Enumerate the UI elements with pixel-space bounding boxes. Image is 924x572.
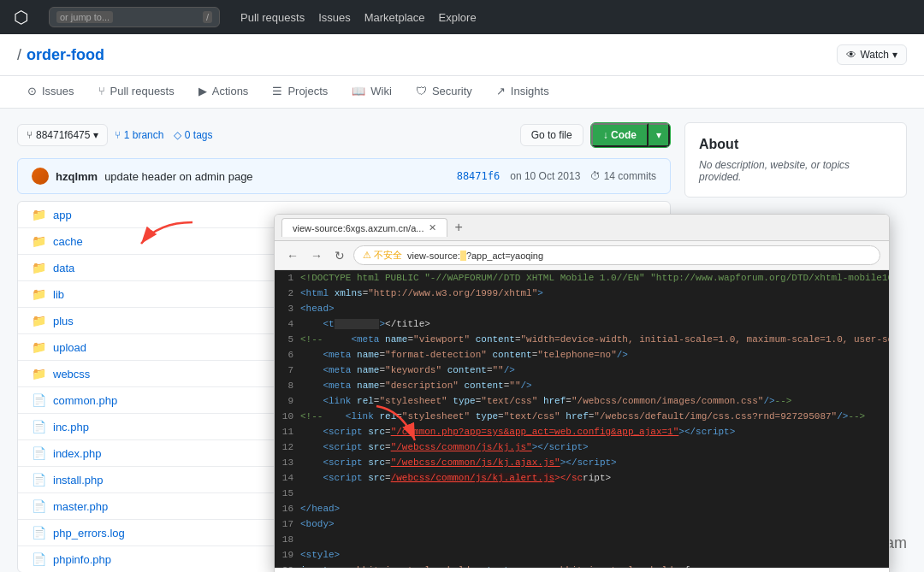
top-nav: ⬡ or jump to... / Pull requests Issues M…: [0, 0, 924, 34]
folder-icon: 📁: [32, 287, 46, 301]
tab-security[interactable]: 🛡 Security: [406, 76, 483, 108]
tab-wiki-label: Wiki: [370, 85, 392, 97]
code-button[interactable]: ↓ Code: [591, 123, 649, 147]
nav-marketplace[interactable]: Marketplace: [364, 11, 425, 24]
commit-bar: ⑂ 88471f6475 ▾ ⑂ 1 branch ◇ 0 tags Go to…: [17, 122, 671, 148]
file-icon: 📄: [32, 526, 46, 540]
tags-link[interactable]: ◇ 0 tags: [174, 129, 212, 141]
author-avatar: [32, 168, 49, 185]
tab-projects[interactable]: ☰ Projects: [262, 76, 338, 108]
commit-message: update header on admin page: [104, 170, 252, 183]
branch-meta: ⑂ 1 branch ◇ 0 tags: [115, 129, 212, 141]
url-warning: ⚠ 不安全: [363, 249, 402, 262]
tab-issues-label: Issues: [42, 85, 74, 97]
tab-actions[interactable]: ▶ Actions: [188, 76, 259, 108]
nav-issues[interactable]: Issues: [318, 11, 351, 24]
commit-date: on 10 Oct 2013: [510, 170, 580, 182]
about-box: About No description, website, or topics…: [684, 122, 907, 198]
breadcrumb-bar: / order-food 👁 Watch ▾: [0, 34, 924, 76]
code-dropdown-arrow[interactable]: ▾: [649, 123, 670, 147]
folder-icon: 📁: [32, 261, 46, 274]
goto-file-button[interactable]: Go to file: [520, 124, 583, 146]
file-icon: 📄: [32, 393, 46, 407]
browser-tab-title: view-source:6xgs.axzum.cn/a...: [293, 223, 424, 233]
branch-icon: ⑂: [27, 129, 33, 141]
folder-icon: 📁: [32, 234, 46, 248]
browser-nav-bar: ← → ↻ ⚠ 不安全 view-source: ?app_act=yaoqin…: [275, 241, 889, 270]
tab-pull-requests[interactable]: ⑂ Pull requests: [88, 76, 185, 108]
breadcrumb-sep: /: [17, 46, 21, 64]
last-commit-row: hzqlmm update header on admin page 88471…: [17, 158, 671, 194]
commit-hash[interactable]: 88471f6: [457, 170, 500, 182]
about-description: No description, website, or topics provi…: [699, 159, 892, 183]
tab-insights-label: Insights: [511, 85, 549, 97]
commit-author[interactable]: hzqlmm: [56, 170, 98, 183]
branch-selector[interactable]: ⑂ 88471f6475 ▾: [17, 124, 108, 146]
forward-button[interactable]: →: [307, 247, 326, 264]
new-tab-button[interactable]: +: [454, 220, 462, 235]
browser-tab[interactable]: view-source:6xgs.axzum.cn/a... ✕: [281, 218, 447, 237]
watch-label: Watch: [860, 49, 889, 61]
file-icon: 📄: [32, 552, 46, 566]
search-shortcut: /: [203, 11, 212, 23]
issues-icon: ⊙: [27, 85, 37, 97]
tab-actions-label: Actions: [212, 85, 249, 97]
actions-icon: ▶: [198, 85, 207, 97]
folder-icon: 📁: [32, 314, 46, 327]
chevron-down-icon: ▾: [892, 49, 897, 61]
search-box[interactable]: or jump to... /: [49, 7, 220, 27]
branches-link[interactable]: ⑂ 1 branch: [115, 129, 163, 141]
commits-count[interactable]: ⏱ 14 commits: [590, 170, 656, 182]
breadcrumb: / order-food: [17, 46, 104, 64]
tab-issues[interactable]: ⊙ Issues: [17, 76, 85, 108]
folder-icon: 📁: [32, 340, 46, 354]
pr-icon: ⑂: [98, 85, 105, 97]
folder-icon: 📁: [32, 367, 46, 380]
file-icon: 📄: [32, 446, 46, 460]
file-icon: 📄: [32, 473, 46, 486]
repo-tabs: ⊙ Issues ⑂ Pull requests ▶ Actions ☰ Pro…: [0, 76, 924, 109]
tab-security-label: Security: [432, 85, 472, 97]
browser-tab-close[interactable]: ✕: [429, 222, 436, 233]
code-dropdown: ↓ Code ▾: [590, 122, 671, 148]
file-icon: 📄: [32, 420, 46, 433]
browser-tab-bar: view-source:6xgs.axzum.cn/a... ✕ +: [275, 215, 889, 241]
url-text: view-source: ?app_act=yaoqing: [407, 251, 543, 261]
wiki-icon: 📖: [352, 85, 365, 97]
watch-button[interactable]: 👁 Watch ▾: [837, 44, 907, 65]
tab-pr-label: Pull requests: [110, 85, 175, 97]
url-bar[interactable]: ⚠ 不安全 view-source: ?app_act=yaoqing: [353, 245, 880, 265]
branch-chevron: ▾: [93, 129, 98, 141]
security-icon: 🛡: [416, 85, 427, 97]
tab-wiki[interactable]: 📖 Wiki: [341, 76, 402, 108]
top-nav-links: Pull requests Issues Marketplace Explore: [240, 11, 477, 24]
commit-bar-right: Go to file ↓ Code ▾: [520, 122, 671, 148]
nav-explore[interactable]: Explore: [439, 11, 477, 24]
refresh-button[interactable]: ↻: [331, 247, 348, 264]
back-button[interactable]: ←: [283, 247, 302, 264]
file-icon: 📄: [32, 499, 46, 513]
branch-name: 88471f6475: [36, 129, 90, 141]
browser-overlay: view-source:6xgs.axzum.cn/a... ✕ + ← → ↻…: [274, 214, 890, 572]
last-commit-left: hzqlmm update header on admin page: [32, 168, 253, 185]
last-commit-right: 88471f6 on 10 Oct 2013 ⏱ 14 commits: [457, 170, 656, 182]
eye-icon: 👁: [846, 49, 856, 61]
nav-pull-requests[interactable]: Pull requests: [240, 11, 305, 24]
browser-code-view: 1<!DOCTYPE html PUBLIC "-//WAPFORUM//DTD…: [275, 270, 889, 568]
github-logo: ⬡: [14, 7, 28, 27]
search-placeholder: or jump to...: [56, 11, 113, 23]
insights-icon: ↗: [496, 85, 506, 97]
projects-icon: ☰: [272, 85, 282, 97]
repo-name-link[interactable]: order-food: [27, 46, 104, 64]
tab-projects-label: Projects: [287, 85, 328, 97]
folder-icon: 📁: [32, 208, 46, 221]
about-title: About: [699, 137, 892, 152]
commit-bar-left: ⑂ 88471f6475 ▾ ⑂ 1 branch ◇ 0 tags: [17, 124, 212, 146]
tab-insights[interactable]: ↗ Insights: [486, 76, 560, 108]
